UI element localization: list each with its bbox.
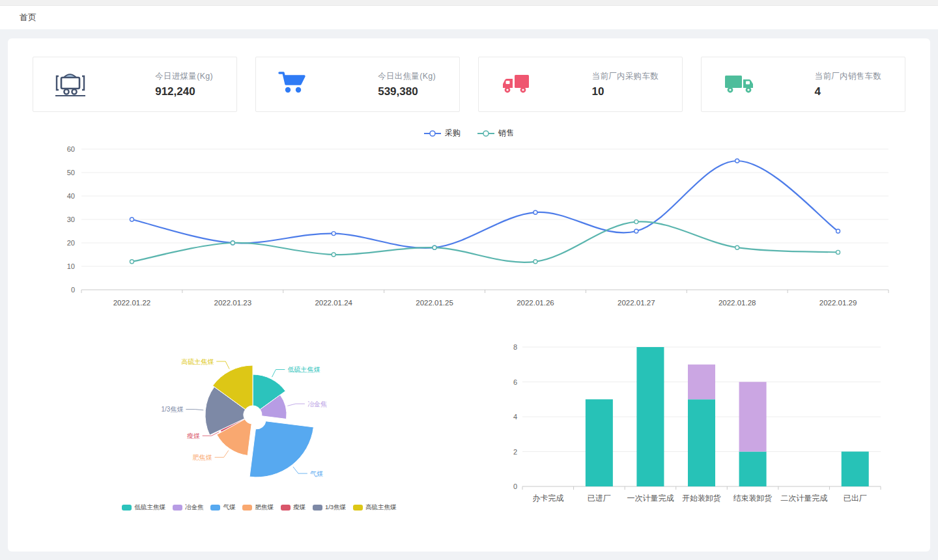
card-value: 10 <box>592 85 659 98</box>
legend-label: 销售 <box>498 128 514 139</box>
pie-legend-item-3[interactable]: 肥焦煤 <box>242 503 274 512</box>
svg-text:4: 4 <box>513 413 517 421</box>
purchase-sales-line-chart[interactable]: 01020304050602022.01.222022.01.232022.01… <box>33 139 903 313</box>
legend-label: 气煤 <box>223 503 235 512</box>
svg-text:二次计量完成: 二次计量完成 <box>780 494 827 503</box>
stat-card-purchase-trucks: 当前厂内采购车数 10 <box>478 57 683 112</box>
svg-text:开始装卸货: 开始装卸货 <box>682 494 721 503</box>
pie-legend-item-1[interactable]: 冶金焦 <box>173 503 204 512</box>
svg-text:已进厂: 已进厂 <box>588 494 611 503</box>
pie-legend-item-5[interactable]: 1/3焦煤 <box>313 503 346 512</box>
svg-text:2022.01.28: 2022.01.28 <box>718 299 756 307</box>
stat-card-coke-out: 今日出焦量(Kg) 539,380 <box>255 57 460 112</box>
top-divider <box>0 0 938 6</box>
svg-text:2022.01.23: 2022.01.23 <box>214 299 252 307</box>
svg-text:2022.01.22: 2022.01.22 <box>113 299 151 307</box>
legend-marker-icon <box>424 130 441 137</box>
purchase-sales-trend-section: 采购销售 01020304050602022.01.222022.01.2320… <box>33 128 905 316</box>
legend-label: 1/3焦煤 <box>325 503 346 512</box>
svg-text:2022.01.27: 2022.01.27 <box>618 299 655 307</box>
pie-legend-item-6[interactable]: 高硫主焦煤 <box>353 503 397 512</box>
legend-swatch-icon <box>173 505 182 511</box>
line-legend-item-1[interactable]: 销售 <box>477 128 514 139</box>
legend-label: 冶金焦 <box>185 503 204 512</box>
legend-marker-icon <box>477 130 494 137</box>
stat-cards-row: 今日进煤量(Kg) 912,240 今日出焦量(Kg) 539,380 <box>33 57 905 112</box>
legend-label: 肥焦煤 <box>255 503 274 512</box>
card-value: 539,380 <box>378 85 436 98</box>
vehicle-status-bar-chart[interactable]: 02468办卡完成已进厂一次计量完成开始装卸货结束装卸货二次计量完成已出厂 <box>498 338 888 509</box>
svg-text:结束装卸货: 结束装卸货 <box>733 494 773 503</box>
svg-text:瘦煤: 瘦煤 <box>187 432 200 440</box>
legend-swatch-icon <box>313 505 322 511</box>
line-chart-legend: 采购销售 <box>33 128 905 139</box>
card-value: 912,240 <box>155 85 213 98</box>
breadcrumb[interactable]: 首页 <box>20 12 36 23</box>
legend-label: 瘦煤 <box>293 503 306 512</box>
pie-chart-legend: 低硫主焦煤冶金焦气煤肥焦煤瘦煤1/3焦煤高硫主焦煤 <box>44 503 474 512</box>
legend-swatch-icon <box>242 505 252 511</box>
svg-text:6: 6 <box>513 378 517 386</box>
svg-text:2022.01.29: 2022.01.29 <box>819 299 857 307</box>
svg-text:20: 20 <box>67 239 75 247</box>
dashboard-panel: 今日进煤量(Kg) 912,240 今日出焦量(Kg) 539,380 <box>8 38 930 552</box>
svg-text:8: 8 <box>513 343 517 351</box>
pie-legend-item-4[interactable]: 瘦煤 <box>281 503 306 512</box>
shopping-cart-icon <box>276 69 315 100</box>
svg-text:冶金焦: 冶金焦 <box>307 400 327 408</box>
coal-type-rose-chart[interactable]: 低硫主焦煤冶金焦气煤肥焦煤瘦煤1/3焦煤高硫主焦煤 <box>44 338 474 499</box>
pie-legend-item-0[interactable]: 低硫主焦煤 <box>122 503 165 512</box>
svg-text:已出厂: 已出厂 <box>844 494 867 503</box>
pie-legend-item-2[interactable]: 气煤 <box>210 503 235 512</box>
svg-text:2022.01.24: 2022.01.24 <box>315 299 352 307</box>
svg-text:40: 40 <box>67 192 75 200</box>
truck-inbound-icon <box>498 69 537 100</box>
card-title: 今日进煤量(Kg) <box>155 71 213 82</box>
line-legend-item-0[interactable]: 采购 <box>424 128 461 139</box>
svg-text:气煤: 气煤 <box>310 470 323 477</box>
legend-label: 采购 <box>445 128 461 139</box>
svg-text:0: 0 <box>513 483 517 490</box>
svg-text:0: 0 <box>71 286 75 294</box>
svg-text:30: 30 <box>67 216 75 223</box>
mine-cart-icon <box>53 69 92 100</box>
stat-card-coal-in: 今日进煤量(Kg) 912,240 <box>33 57 237 112</box>
svg-text:60: 60 <box>67 145 75 153</box>
svg-text:肥焦煤: 肥焦煤 <box>193 454 212 461</box>
svg-text:2022.01.26: 2022.01.26 <box>517 299 554 307</box>
legend-swatch-icon <box>210 505 220 511</box>
svg-text:10: 10 <box>67 262 75 270</box>
card-value: 4 <box>815 85 881 98</box>
legend-swatch-icon <box>122 505 132 511</box>
svg-text:高硫主焦煤: 高硫主焦煤 <box>181 358 214 365</box>
svg-text:2022.01.25: 2022.01.25 <box>416 299 453 307</box>
truck-outbound-icon <box>721 69 760 100</box>
bottom-charts-row: 低硫主焦煤冶金焦气煤肥焦煤瘦煤1/3焦煤高硫主焦煤 低硫主焦煤冶金焦气煤肥焦煤瘦… <box>33 338 905 512</box>
legend-label: 低硫主焦煤 <box>134 503 165 512</box>
card-title: 今日出焦量(Kg) <box>378 71 436 82</box>
vehicle-status-bar-block: 02468办卡完成已进厂一次计量完成开始装卸货结束装卸货二次计量完成已出厂 <box>498 338 888 512</box>
svg-text:2: 2 <box>513 448 517 456</box>
card-title: 当前厂内采购车数 <box>592 71 659 82</box>
legend-swatch-icon <box>353 505 363 511</box>
coal-type-pie-block: 低硫主焦煤冶金焦气煤肥焦煤瘦煤1/3焦煤高硫主焦煤 低硫主焦煤冶金焦气煤肥焦煤瘦… <box>44 338 474 512</box>
svg-text:1/3焦煤: 1/3焦煤 <box>161 406 183 413</box>
legend-swatch-icon <box>281 505 291 511</box>
svg-text:低硫主焦煤: 低硫主焦煤 <box>287 366 320 373</box>
svg-text:一次计量完成: 一次计量完成 <box>627 494 674 503</box>
svg-text:办卡完成: 办卡完成 <box>532 494 563 503</box>
svg-text:50: 50 <box>67 169 75 176</box>
card-title: 当前厂内销售车数 <box>815 71 881 82</box>
stat-card-sales-trucks: 当前厂内销售车数 4 <box>701 57 905 112</box>
breadcrumb-bar: 首页 <box>0 6 938 29</box>
legend-label: 高硫主焦煤 <box>365 503 397 512</box>
